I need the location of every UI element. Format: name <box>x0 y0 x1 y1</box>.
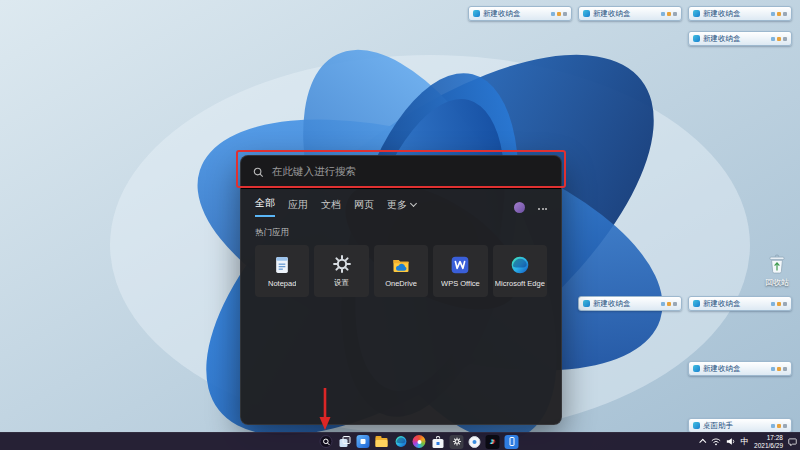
app-tile-notepad[interactable]: Notepad <box>255 245 309 297</box>
storage-box-icon <box>693 300 700 307</box>
storage-box[interactable]: 新建收纳盒 <box>468 6 572 21</box>
chevron-down-icon <box>410 200 417 207</box>
storage-box-title: 新建收纳盒 <box>703 299 768 309</box>
app-tile-label: 设置 <box>334 278 349 288</box>
storage-box-controls[interactable] <box>661 12 677 16</box>
desktop: 新建收纳盒 新建收纳盒 新建收纳盒 新建收纳盒 新建收纳盒 新建收纳盒 新建收纳… <box>0 0 800 450</box>
storage-box[interactable]: 新建收纳盒 <box>578 296 682 311</box>
desktop-assistant-title: 桌面助手 <box>703 421 768 431</box>
storage-box-title: 新建收纳盒 <box>483 9 548 19</box>
start-button[interactable] <box>302 435 315 448</box>
storage-box-icon <box>583 10 590 17</box>
storage-box-title: 新建收纳盒 <box>593 9 658 19</box>
tray-time: 17:28 <box>767 434 783 442</box>
settings-app-icon[interactable] <box>450 435 464 449</box>
wps-icon <box>450 255 470 275</box>
search-icon <box>253 167 264 178</box>
search-placeholder: 在此键入进行搜索 <box>272 165 356 179</box>
onedrive-icon <box>391 255 411 275</box>
search-icon <box>322 438 330 446</box>
storage-box-controls[interactable] <box>771 367 787 371</box>
notepad-icon <box>272 255 292 275</box>
taskbar-icons <box>302 433 519 450</box>
desktop-assistant-bar[interactable]: 桌面助手 <box>688 418 792 433</box>
desktop-assistant-controls[interactable] <box>771 424 787 428</box>
app-tile-label: WPS Office <box>441 279 480 288</box>
storage-box-title: 新建收纳盒 <box>593 299 658 309</box>
storage-box-icon <box>693 365 700 372</box>
storage-box-title: 新建收纳盒 <box>703 34 768 44</box>
storage-box-icon <box>473 10 480 17</box>
tiktok-icon[interactable] <box>486 435 500 449</box>
app-tile-label: Notepad <box>268 279 296 288</box>
tab-all[interactable]: 全部 <box>255 196 275 217</box>
photos-icon[interactable] <box>413 435 426 448</box>
wifi-icon[interactable] <box>711 437 721 446</box>
edge-icon-glyph <box>394 435 407 448</box>
app-icon-white-circle[interactable] <box>469 436 481 448</box>
desktop-assistant-icon <box>693 422 700 429</box>
taskbar-search-button[interactable] <box>320 435 333 448</box>
taskbar: 中 17:28 2021/6/29 <box>0 432 800 450</box>
storage-box-controls[interactable] <box>551 12 567 16</box>
system-tray: 中 17:28 2021/6/29 <box>701 433 797 450</box>
gear-icon <box>452 437 461 446</box>
storage-box-title: 新建收纳盒 <box>703 364 768 374</box>
app-tile-edge[interactable]: Microsoft Edge <box>493 245 547 297</box>
tray-chevron-icon[interactable] <box>699 439 706 446</box>
search-window: 在此键入进行搜索 全部 应用 文档 网页 更多 热门应用 <box>240 155 562 425</box>
phone-link-icon[interactable] <box>505 435 519 449</box>
avatar-icon[interactable] <box>514 202 525 213</box>
app-tile-label: Microsoft Edge <box>495 279 545 288</box>
tab-web[interactable]: 网页 <box>354 198 374 217</box>
taskbar-clock[interactable]: 17:28 2021/6/29 <box>754 434 783 449</box>
storage-box[interactable]: 新建收纳盒 <box>688 296 792 311</box>
file-explorer-icon[interactable] <box>375 435 389 449</box>
search-input[interactable]: 在此键入进行搜索 <box>241 156 561 189</box>
top-apps-heading: 热门应用 <box>255 227 547 239</box>
app-tile-wps-office[interactable]: WPS Office <box>433 245 487 297</box>
search-tabs: 全部 应用 文档 网页 更多 <box>241 189 561 217</box>
settings-icon <box>332 254 352 274</box>
recycle-bin[interactable]: 回收站 <box>756 250 798 288</box>
recycle-bin-icon <box>764 250 790 276</box>
volume-icon[interactable] <box>726 437 736 446</box>
tab-more-label: 更多 <box>387 198 407 212</box>
notification-icon[interactable] <box>788 437 797 446</box>
store-icon[interactable] <box>431 435 445 449</box>
storage-box-controls[interactable] <box>661 302 677 306</box>
storage-box-icon <box>693 10 700 17</box>
options-icon[interactable] <box>538 208 547 210</box>
tab-apps[interactable]: 应用 <box>288 198 308 217</box>
storage-box-title: 新建收纳盒 <box>703 9 768 19</box>
storage-box[interactable]: 新建收纳盒 <box>578 6 682 21</box>
task-view-button[interactable] <box>338 435 352 449</box>
widgets-button[interactable] <box>357 435 370 448</box>
storage-box[interactable]: 新建收纳盒 <box>688 31 792 46</box>
storage-box[interactable]: 新建收纳盒 <box>688 6 792 21</box>
storage-box-controls[interactable] <box>771 12 787 16</box>
edge-icon <box>510 255 530 275</box>
storage-box-controls[interactable] <box>771 302 787 306</box>
ime-indicator[interactable]: 中 <box>741 436 750 448</box>
storage-box-controls[interactable] <box>771 37 787 41</box>
app-tile-label: OneDrive <box>385 279 417 288</box>
recycle-bin-label: 回收站 <box>765 277 789 288</box>
app-tile-onedrive[interactable]: OneDrive <box>374 245 428 297</box>
storage-box-icon <box>693 35 700 42</box>
app-tile-settings[interactable]: 设置 <box>314 245 368 297</box>
tab-more[interactable]: 更多 <box>387 198 416 217</box>
tray-date: 2021/6/29 <box>754 442 783 450</box>
storage-box-icon <box>583 300 590 307</box>
tab-documents[interactable]: 文档 <box>321 198 341 217</box>
top-apps-grid: Notepad 设置 <box>241 245 561 297</box>
edge-icon[interactable] <box>394 435 408 449</box>
storage-box[interactable]: 新建收纳盒 <box>688 361 792 376</box>
